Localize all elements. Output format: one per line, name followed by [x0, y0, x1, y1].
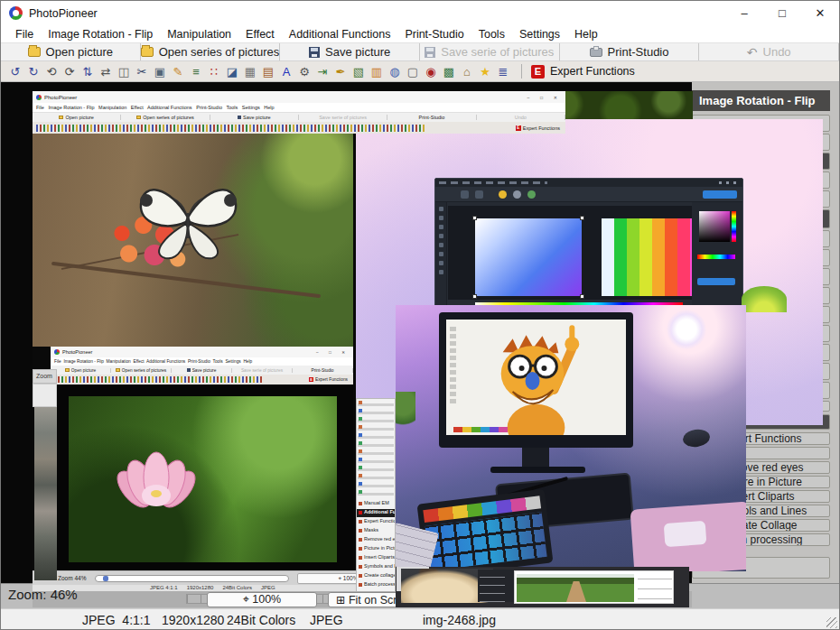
menu-item-4[interactable]: Additional Functions	[282, 28, 398, 41]
title-bar: PhotoPioneer – □ ✕	[1, 1, 839, 25]
menu-item-7[interactable]: Settings	[512, 28, 567, 41]
icon_bar-17[interactable]: ⇥	[313, 63, 331, 80]
action-button-0[interactable]: Open picture	[1, 43, 141, 60]
icon-toolbar: ↺↻⟲⟳⇅⇄◫✂▣✎≡∷◪▦▤A⚙⇥✒▧▥◍▢◉▩⌂★≣ E Expert Fu…	[1, 61, 839, 82]
icon_bar-13[interactable]: ▦	[241, 63, 259, 80]
icon_bar-26[interactable]: ★	[476, 63, 494, 80]
icon_bar-24[interactable]: ▩	[440, 63, 458, 80]
action-button-4[interactable]: Print-Studio	[560, 43, 700, 60]
nested-a-titlebar: PhotoPioneer – □ ✕	[33, 91, 565, 103]
landscape-edit-card	[514, 570, 674, 604]
landscape-photo	[517, 574, 634, 602]
pad-controller	[417, 489, 554, 571]
menu-panel-item-7: Batch processing	[357, 581, 396, 589]
collage-photo-strip	[34, 407, 57, 580]
icon_bar-8[interactable]: ▣	[151, 63, 169, 80]
app-logo-icon	[9, 6, 23, 20]
action-button-5[interactable]: Undo	[699, 43, 839, 60]
icon_bar-7[interactable]: ✂	[133, 63, 151, 80]
collage-nested-window-b: PhotoPioneer – □ ✕ File Image Rotation -…	[51, 347, 353, 570]
icon_bar-18[interactable]: ✒	[331, 63, 350, 80]
lotus-photo	[69, 396, 337, 562]
icon_bar-20[interactable]: ▥	[368, 63, 386, 80]
editor-tool-icon	[475, 190, 483, 199]
icon_bar-16[interactable]: ⚙	[295, 63, 313, 80]
nested-a-title: PhotoPioneer	[44, 95, 77, 100]
status-color-depth: 24Bit Colors	[227, 613, 295, 627]
nested-b-btn-print: Print-Studio	[293, 368, 353, 373]
nested-b-title: PhotoPioneer	[62, 349, 92, 355]
close-button[interactable]: ✕	[801, 1, 839, 25]
editor-check-icon	[527, 190, 536, 199]
desk-photo	[396, 305, 746, 571]
pad-grid	[425, 512, 547, 570]
zoom-level-label: Zoom: 46%	[8, 587, 78, 602]
action-button-label: Save picture	[325, 45, 390, 59]
screen-toolbar	[450, 327, 456, 403]
icon_bar-6[interactable]: ◫	[115, 63, 133, 80]
menu-item-8[interactable]: Help	[567, 28, 605, 41]
menu-item-3[interactable]: Effect	[238, 28, 282, 41]
icon_bar-3[interactable]: ⟳	[61, 63, 79, 80]
icon_bar-5[interactable]: ⇄	[97, 63, 115, 80]
screen-color-dots	[453, 427, 508, 432]
menu-item-0[interactable]: File	[8, 28, 41, 41]
icon_bar-23[interactable]: ◉	[422, 63, 440, 80]
action-button-label: Open series of pictures	[159, 45, 280, 59]
monitor	[439, 312, 633, 448]
color-picker-square	[699, 211, 730, 242]
monitor-screen	[446, 320, 626, 435]
icon_bar-25[interactable]: ⌂	[458, 63, 476, 80]
nested-b-btn-open-series: Open series of pictures	[111, 368, 172, 373]
action-button-1[interactable]: Open series of pictures	[141, 43, 281, 60]
toolbar-separator	[521, 64, 522, 79]
landscape-sliders	[638, 573, 672, 603]
action-button-icon	[590, 48, 602, 57]
icon_bar-19[interactable]: ▧	[350, 63, 368, 80]
editor-tool-icon	[461, 190, 469, 199]
editor-titlebar	[435, 179, 742, 187]
icon_bar-27[interactable]: ≣	[494, 63, 512, 80]
icon_bar-9[interactable]: ✎	[169, 63, 187, 80]
menu-panel-item-1: Masks	[357, 527, 396, 535]
minimize-button[interactable]: –	[725, 1, 763, 25]
action-button-label: Undo	[763, 45, 791, 59]
butterfly-photo	[33, 134, 353, 347]
plant	[396, 392, 415, 430]
expert-functions-label: Expert Functions	[550, 65, 635, 78]
action-button-2[interactable]: Save picture	[280, 43, 420, 60]
icon_bar-21[interactable]: ◍	[386, 63, 404, 80]
maximize-button[interactable]: □	[763, 1, 801, 25]
expert-functions-button[interactable]: E Expert Functions	[531, 65, 635, 79]
icon_bar-1[interactable]: ↻	[24, 63, 42, 80]
action-button-3[interactable]: Save serie of pictures	[420, 43, 560, 60]
menu-item-2[interactable]: Manipulation	[160, 28, 238, 41]
icon_bar-10[interactable]: ≡	[187, 63, 205, 80]
resize-grip[interactable]	[826, 617, 837, 628]
icon_bar-11[interactable]: ∷	[205, 63, 223, 80]
icon_bar-14[interactable]: ▤	[259, 63, 277, 80]
nested-b-btn-open: Open picture	[51, 368, 111, 373]
menu-bar: FileImage Rotation - FlipManipulationEff…	[1, 25, 839, 42]
collage-menu-panel: Manual EM Additional Functions Expert Fu…	[356, 398, 396, 592]
editor-blue-button	[703, 190, 737, 199]
butterfly	[134, 168, 242, 267]
menu-item-1[interactable]: Image Rotation - Flip	[41, 28, 160, 41]
icon_bar-0[interactable]: ↺	[6, 63, 24, 80]
icon_bar-15[interactable]: A	[277, 63, 295, 80]
editor-left-tools	[435, 202, 447, 312]
menu-panel-item-5: Symbols and Lines	[357, 563, 396, 571]
icon_bar-2[interactable]: ⟲	[42, 63, 61, 80]
menu-item-6[interactable]: Tools	[471, 28, 512, 41]
icon_bar-22[interactable]: ▢	[404, 63, 422, 80]
nested-a-btn-open: Open picture	[33, 115, 121, 120]
nested-b-menubar: File Image Rotation - Flip Manipulation …	[51, 357, 353, 366]
icon_bar-12[interactable]: ◪	[223, 63, 241, 80]
icon_bar-4[interactable]: ⇅	[79, 63, 97, 80]
action-button-icon	[747, 45, 758, 60]
menu-item-5[interactable]: Print-Studio	[397, 28, 471, 41]
hue-strip	[732, 211, 736, 242]
nested-b-titlebar: PhotoPioneer – □ ✕	[51, 347, 353, 357]
collage-sliders-panel	[478, 570, 514, 602]
nested-b-icon-bar: E Expert Functions	[51, 375, 353, 384]
